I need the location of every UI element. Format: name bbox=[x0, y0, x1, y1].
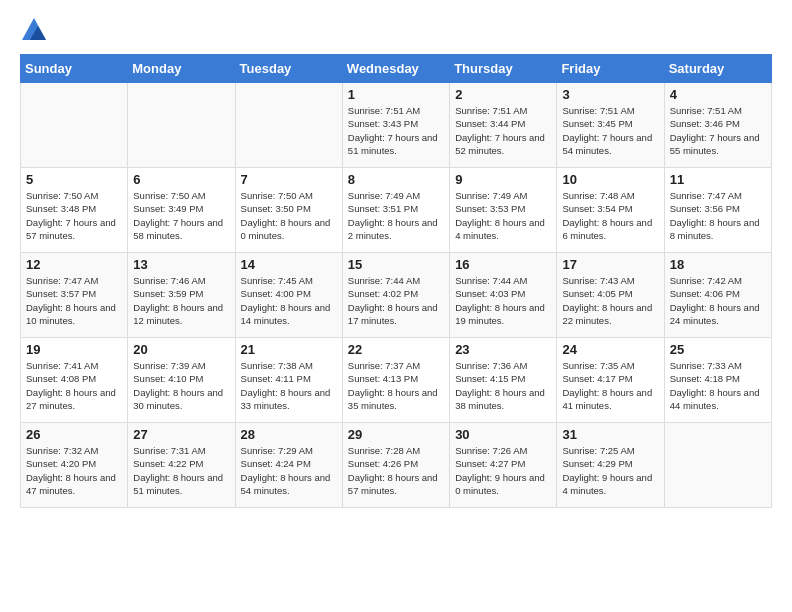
calendar-cell: 12Sunrise: 7:47 AM Sunset: 3:57 PM Dayli… bbox=[21, 253, 128, 338]
cell-content: Sunrise: 7:46 AM Sunset: 3:59 PM Dayligh… bbox=[133, 274, 229, 327]
calendar-cell: 19Sunrise: 7:41 AM Sunset: 4:08 PM Dayli… bbox=[21, 338, 128, 423]
calendar-cell bbox=[235, 83, 342, 168]
week-row-1: 1Sunrise: 7:51 AM Sunset: 3:43 PM Daylig… bbox=[21, 83, 772, 168]
day-header-tuesday: Tuesday bbox=[235, 55, 342, 83]
calendar-cell bbox=[664, 423, 771, 508]
cell-content: Sunrise: 7:31 AM Sunset: 4:22 PM Dayligh… bbox=[133, 444, 229, 497]
cell-content: Sunrise: 7:39 AM Sunset: 4:10 PM Dayligh… bbox=[133, 359, 229, 412]
day-number: 27 bbox=[133, 427, 229, 442]
calendar-cell: 28Sunrise: 7:29 AM Sunset: 4:24 PM Dayli… bbox=[235, 423, 342, 508]
calendar-cell: 20Sunrise: 7:39 AM Sunset: 4:10 PM Dayli… bbox=[128, 338, 235, 423]
calendar-cell: 17Sunrise: 7:43 AM Sunset: 4:05 PM Dayli… bbox=[557, 253, 664, 338]
day-header-monday: Monday bbox=[128, 55, 235, 83]
cell-content: Sunrise: 7:51 AM Sunset: 3:45 PM Dayligh… bbox=[562, 104, 658, 157]
day-number: 24 bbox=[562, 342, 658, 357]
cell-content: Sunrise: 7:38 AM Sunset: 4:11 PM Dayligh… bbox=[241, 359, 337, 412]
day-number: 31 bbox=[562, 427, 658, 442]
day-number: 2 bbox=[455, 87, 551, 102]
cell-content: Sunrise: 7:51 AM Sunset: 3:44 PM Dayligh… bbox=[455, 104, 551, 157]
calendar-cell: 25Sunrise: 7:33 AM Sunset: 4:18 PM Dayli… bbox=[664, 338, 771, 423]
day-number: 20 bbox=[133, 342, 229, 357]
cell-content: Sunrise: 7:44 AM Sunset: 4:02 PM Dayligh… bbox=[348, 274, 444, 327]
week-row-5: 26Sunrise: 7:32 AM Sunset: 4:20 PM Dayli… bbox=[21, 423, 772, 508]
cell-content: Sunrise: 7:44 AM Sunset: 4:03 PM Dayligh… bbox=[455, 274, 551, 327]
cell-content: Sunrise: 7:51 AM Sunset: 3:46 PM Dayligh… bbox=[670, 104, 766, 157]
cell-content: Sunrise: 7:41 AM Sunset: 4:08 PM Dayligh… bbox=[26, 359, 122, 412]
calendar-cell: 8Sunrise: 7:49 AM Sunset: 3:51 PM Daylig… bbox=[342, 168, 449, 253]
calendar-cell: 22Sunrise: 7:37 AM Sunset: 4:13 PM Dayli… bbox=[342, 338, 449, 423]
cell-content: Sunrise: 7:32 AM Sunset: 4:20 PM Dayligh… bbox=[26, 444, 122, 497]
calendar-cell: 29Sunrise: 7:28 AM Sunset: 4:26 PM Dayli… bbox=[342, 423, 449, 508]
cell-content: Sunrise: 7:50 AM Sunset: 3:50 PM Dayligh… bbox=[241, 189, 337, 242]
calendar-cell: 7Sunrise: 7:50 AM Sunset: 3:50 PM Daylig… bbox=[235, 168, 342, 253]
day-number: 23 bbox=[455, 342, 551, 357]
header bbox=[20, 16, 772, 44]
calendar-cell bbox=[21, 83, 128, 168]
cell-content: Sunrise: 7:50 AM Sunset: 3:49 PM Dayligh… bbox=[133, 189, 229, 242]
cell-content: Sunrise: 7:36 AM Sunset: 4:15 PM Dayligh… bbox=[455, 359, 551, 412]
week-row-3: 12Sunrise: 7:47 AM Sunset: 3:57 PM Dayli… bbox=[21, 253, 772, 338]
calendar-cell: 26Sunrise: 7:32 AM Sunset: 4:20 PM Dayli… bbox=[21, 423, 128, 508]
day-number: 22 bbox=[348, 342, 444, 357]
day-number: 12 bbox=[26, 257, 122, 272]
calendar-cell: 11Sunrise: 7:47 AM Sunset: 3:56 PM Dayli… bbox=[664, 168, 771, 253]
day-number: 26 bbox=[26, 427, 122, 442]
day-number: 18 bbox=[670, 257, 766, 272]
header-row: SundayMondayTuesdayWednesdayThursdayFrid… bbox=[21, 55, 772, 83]
day-number: 4 bbox=[670, 87, 766, 102]
calendar-cell: 27Sunrise: 7:31 AM Sunset: 4:22 PM Dayli… bbox=[128, 423, 235, 508]
day-number: 6 bbox=[133, 172, 229, 187]
day-number: 9 bbox=[455, 172, 551, 187]
calendar-cell bbox=[128, 83, 235, 168]
day-number: 28 bbox=[241, 427, 337, 442]
cell-content: Sunrise: 7:42 AM Sunset: 4:06 PM Dayligh… bbox=[670, 274, 766, 327]
cell-content: Sunrise: 7:26 AM Sunset: 4:27 PM Dayligh… bbox=[455, 444, 551, 497]
calendar-cell: 9Sunrise: 7:49 AM Sunset: 3:53 PM Daylig… bbox=[450, 168, 557, 253]
calendar-cell: 4Sunrise: 7:51 AM Sunset: 3:46 PM Daylig… bbox=[664, 83, 771, 168]
cell-content: Sunrise: 7:35 AM Sunset: 4:17 PM Dayligh… bbox=[562, 359, 658, 412]
calendar-cell: 3Sunrise: 7:51 AM Sunset: 3:45 PM Daylig… bbox=[557, 83, 664, 168]
day-number: 3 bbox=[562, 87, 658, 102]
calendar-cell: 10Sunrise: 7:48 AM Sunset: 3:54 PM Dayli… bbox=[557, 168, 664, 253]
day-header-sunday: Sunday bbox=[21, 55, 128, 83]
week-row-2: 5Sunrise: 7:50 AM Sunset: 3:48 PM Daylig… bbox=[21, 168, 772, 253]
calendar-cell: 31Sunrise: 7:25 AM Sunset: 4:29 PM Dayli… bbox=[557, 423, 664, 508]
logo-icon bbox=[20, 16, 48, 44]
logo bbox=[20, 16, 52, 44]
day-number: 11 bbox=[670, 172, 766, 187]
cell-content: Sunrise: 7:49 AM Sunset: 3:53 PM Dayligh… bbox=[455, 189, 551, 242]
cell-content: Sunrise: 7:37 AM Sunset: 4:13 PM Dayligh… bbox=[348, 359, 444, 412]
day-number: 1 bbox=[348, 87, 444, 102]
cell-content: Sunrise: 7:47 AM Sunset: 3:56 PM Dayligh… bbox=[670, 189, 766, 242]
calendar-cell: 13Sunrise: 7:46 AM Sunset: 3:59 PM Dayli… bbox=[128, 253, 235, 338]
day-header-saturday: Saturday bbox=[664, 55, 771, 83]
cell-content: Sunrise: 7:28 AM Sunset: 4:26 PM Dayligh… bbox=[348, 444, 444, 497]
cell-content: Sunrise: 7:47 AM Sunset: 3:57 PM Dayligh… bbox=[26, 274, 122, 327]
calendar-cell: 18Sunrise: 7:42 AM Sunset: 4:06 PM Dayli… bbox=[664, 253, 771, 338]
calendar-cell: 5Sunrise: 7:50 AM Sunset: 3:48 PM Daylig… bbox=[21, 168, 128, 253]
day-number: 13 bbox=[133, 257, 229, 272]
calendar-cell: 6Sunrise: 7:50 AM Sunset: 3:49 PM Daylig… bbox=[128, 168, 235, 253]
day-number: 19 bbox=[26, 342, 122, 357]
calendar-cell: 14Sunrise: 7:45 AM Sunset: 4:00 PM Dayli… bbox=[235, 253, 342, 338]
day-number: 25 bbox=[670, 342, 766, 357]
day-number: 7 bbox=[241, 172, 337, 187]
week-row-4: 19Sunrise: 7:41 AM Sunset: 4:08 PM Dayli… bbox=[21, 338, 772, 423]
calendar-cell: 24Sunrise: 7:35 AM Sunset: 4:17 PM Dayli… bbox=[557, 338, 664, 423]
cell-content: Sunrise: 7:49 AM Sunset: 3:51 PM Dayligh… bbox=[348, 189, 444, 242]
day-number: 10 bbox=[562, 172, 658, 187]
day-header-wednesday: Wednesday bbox=[342, 55, 449, 83]
calendar-cell: 15Sunrise: 7:44 AM Sunset: 4:02 PM Dayli… bbox=[342, 253, 449, 338]
day-number: 5 bbox=[26, 172, 122, 187]
calendar-cell: 1Sunrise: 7:51 AM Sunset: 3:43 PM Daylig… bbox=[342, 83, 449, 168]
cell-content: Sunrise: 7:33 AM Sunset: 4:18 PM Dayligh… bbox=[670, 359, 766, 412]
calendar-cell: 2Sunrise: 7:51 AM Sunset: 3:44 PM Daylig… bbox=[450, 83, 557, 168]
day-number: 29 bbox=[348, 427, 444, 442]
day-header-friday: Friday bbox=[557, 55, 664, 83]
cell-content: Sunrise: 7:43 AM Sunset: 4:05 PM Dayligh… bbox=[562, 274, 658, 327]
calendar-table: SundayMondayTuesdayWednesdayThursdayFrid… bbox=[20, 54, 772, 508]
day-number: 14 bbox=[241, 257, 337, 272]
calendar-cell: 23Sunrise: 7:36 AM Sunset: 4:15 PM Dayli… bbox=[450, 338, 557, 423]
calendar-cell: 30Sunrise: 7:26 AM Sunset: 4:27 PM Dayli… bbox=[450, 423, 557, 508]
day-header-thursday: Thursday bbox=[450, 55, 557, 83]
